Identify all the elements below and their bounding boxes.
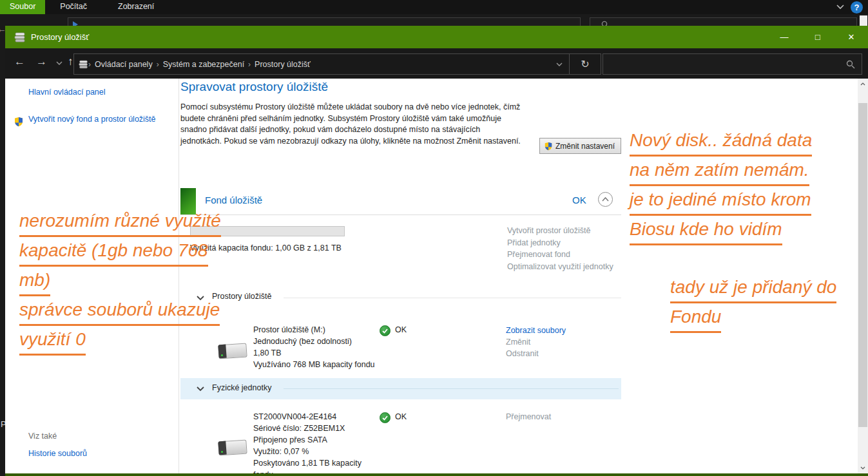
menu-bar: Soubor Počítač Zobrazení ? (0, 0, 868, 14)
search-icon (846, 60, 855, 69)
storage-spaces-icon (14, 32, 26, 43)
sidebar-item-main-control-panel[interactable]: Hlavní ovládací panel (28, 88, 106, 97)
pool-title: Fond úložiště (205, 195, 262, 205)
menu-item-pocitac[interactable]: Počítač (50, 0, 97, 14)
status-ok-icon (380, 325, 391, 336)
rename-link[interactable]: Přejmenovat (506, 411, 551, 423)
sidebar-item-create-pool[interactable]: Vytvořit nový fond a prostor úložiště (28, 115, 157, 124)
pool-status: OK (572, 195, 586, 205)
drive-status: OK (395, 412, 407, 421)
view-files-link[interactable]: Zobrazit soubory (506, 326, 566, 335)
search-input[interactable] (603, 53, 862, 75)
history-chevron-icon[interactable] (56, 61, 63, 65)
window-title: Prostory úložišť (31, 32, 89, 42)
scroll-down-button[interactable] (858, 462, 868, 473)
section-chevron-icon[interactable] (197, 386, 204, 392)
spaces-section-rule (284, 298, 621, 298)
pool-task-links: Vytvořit prostor úložiště Přidat jednotk… (507, 225, 622, 272)
drive-connection: Připojeno přes SATA (253, 434, 373, 446)
breadcrumb-storage-spaces[interactable]: Prostory úložišť (251, 60, 314, 69)
forward-button[interactable]: → (36, 55, 47, 68)
storage-space-details: Prostor úložiště (M:) Jednoduchý (bez od… (253, 324, 382, 370)
uac-shield-icon (544, 142, 553, 151)
breadcrumb-root-icon[interactable] (79, 60, 88, 69)
scroll-up-button[interactable] (858, 79, 868, 90)
task-add-drives[interactable]: Přidat jednotky (507, 237, 622, 249)
menu-item-soubor[interactable]: Soubor (0, 0, 45, 14)
physical-section-rule (284, 388, 619, 389)
window-bottom-border (5, 473, 868, 476)
drive-model: ST2000VN004-2E4164 (253, 411, 373, 423)
drive-usage: Využito: 0,07 % (253, 446, 373, 457)
space-links: Zobrazit soubory Změnit Odstranit (506, 324, 566, 359)
navigation-bar: ← → ↑ › Ovládací panely › Systém a zabez… (5, 48, 868, 79)
screen: Soubor Počítač Zobrazení ? ← P Prostory … (0, 0, 868, 476)
menu-item-zobrazeni[interactable]: Zobrazení (108, 0, 164, 14)
spaces-section-title: Prostory úložiště (212, 292, 271, 301)
minimize-button[interactable]: — (767, 26, 801, 48)
status-ok-icon (380, 412, 391, 423)
close-button[interactable]: ✕ (834, 26, 868, 48)
space-type: Jednoduchý (bez odolnosti) (253, 336, 382, 347)
physical-drive-icon (215, 435, 248, 461)
sidebar-item-file-history[interactable]: Historie souborů (28, 449, 87, 458)
chevron-up-icon (602, 197, 609, 202)
space-size: 1,80 TB (253, 347, 382, 359)
vertical-scrollbar[interactable] (858, 79, 868, 473)
annotation-right-top: Nový disk.. žádná data na něm zatím nemá… (630, 127, 812, 245)
page-title: Spravovat prostory úložiště (180, 80, 328, 94)
uac-shield-icon (14, 117, 24, 127)
breadcrumb-control-panel[interactable]: Ovládací panely (91, 60, 157, 69)
ribbon-chevron-down-icon[interactable] (836, 5, 844, 10)
up-button[interactable]: ↑ (68, 55, 73, 68)
address-dropdown-icon[interactable] (556, 62, 563, 66)
task-optimize-usage[interactable]: Optimalizovat využití jednotky (507, 261, 622, 273)
chevron-up-icon (860, 82, 865, 86)
remove-link[interactable]: Odstranit (506, 348, 566, 359)
pool-divider (180, 214, 621, 215)
refresh-button[interactable]: ↻ (569, 53, 601, 75)
maximize-button[interactable]: □ (801, 26, 834, 48)
task-create-space[interactable]: Vytvořit prostor úložiště (507, 225, 622, 237)
annotation-right-bottom: tady už je přidaný do Fondu (670, 274, 836, 333)
space-name: Prostor úložiště (M:) (253, 324, 382, 336)
physical-section-title: Fyzické jednotky (212, 383, 271, 392)
change-settings-label: Změnit nastavení (555, 142, 615, 151)
collapse-pool-button[interactable] (598, 192, 613, 207)
physical-drive-details: ST2000VN004-2E4164 Sériové číslo: Z52BEM… (253, 411, 373, 476)
back-button[interactable]: ← (14, 55, 25, 68)
space-status: OK (395, 325, 407, 334)
see-also-heading: Viz také (28, 432, 57, 441)
chevron-down-icon (860, 466, 865, 470)
change-link[interactable]: Změnit (506, 336, 566, 348)
help-icon[interactable]: ? (851, 1, 863, 14)
breadcrumb-system-security[interactable]: Systém a zabezpečení (159, 60, 248, 69)
background-scrollbar (860, 15, 867, 26)
scrollbar-thumb[interactable] (858, 103, 867, 427)
task-rename-pool[interactable]: Přejmenovat fond (507, 249, 622, 261)
address-bar[interactable]: › Ovládací panely › Systém a zabezpečení… (73, 53, 570, 75)
physical-drive-links: Přejmenovat (506, 411, 551, 423)
page-description: Pomocí subsystému Prostory úložiště může… (180, 102, 521, 147)
change-settings-button[interactable]: Změnit nastavení (539, 138, 621, 154)
title-bar: Prostory úložišť — □ ✕ (5, 26, 868, 48)
space-usage: Využíváno 768 MB kapacity fondu (253, 359, 382, 370)
drive-serial: Sériové číslo: Z52BEM1X (253, 423, 373, 434)
annotation-left: nerozumím různé využité kapacitě (1gb ne… (19, 207, 221, 356)
